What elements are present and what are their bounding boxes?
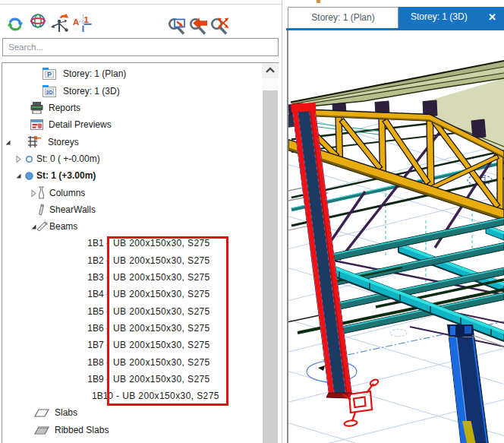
svg-text:A: A: [73, 17, 79, 27]
svg-text:P: P: [47, 71, 52, 78]
svg-text:1: 1: [84, 15, 90, 24]
svg-text:3D: 3D: [46, 90, 53, 95]
